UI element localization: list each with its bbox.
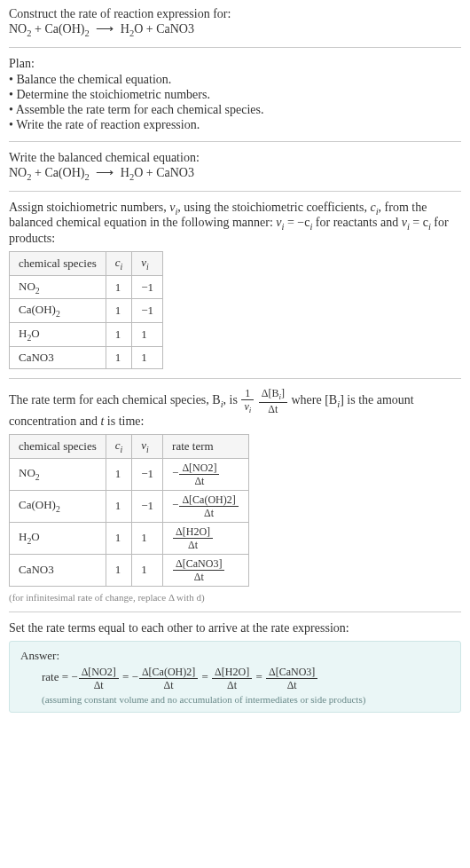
- table-header-row: chemical species ci νi: [10, 252, 163, 276]
- nui-cell: −1: [132, 458, 163, 490]
- rateterm-cell: Δ[CaNO3]Δt: [163, 554, 249, 586]
- rateterm-cell: −Δ[Ca(OH)2]Δt: [163, 490, 249, 522]
- rateterm-table: chemical species ci νi rate term NO2 1 −…: [9, 434, 249, 587]
- prompt-text: Construct the rate of reaction expressio…: [9, 7, 461, 21]
- ci-cell: 1: [106, 554, 132, 586]
- numerator: Δ[CaNO3]: [266, 667, 317, 679]
- product2: CaNO3: [156, 22, 194, 36]
- product2: CaNO3: [156, 166, 194, 179]
- denominator: Δt: [139, 679, 198, 690]
- reactant2-sub: 2: [85, 172, 90, 182]
- plan-list: • Balance the chemical equation. • Deter…: [9, 73, 461, 132]
- col-ci: ci: [106, 252, 132, 276]
- fraction: Δ[NO2]Δt: [179, 462, 219, 486]
- ci-cell: 1: [106, 490, 132, 522]
- numerator: Δ[Bi]: [259, 388, 287, 403]
- balanced-equation: NO2 + Ca(OH)2 ⟶ H2O + CaNO3: [9, 165, 461, 182]
- nui-cell: −1: [132, 299, 163, 323]
- plan-title: Plan:: [9, 57, 461, 71]
- text: H: [19, 530, 27, 543]
- denominator: Δt: [179, 507, 238, 518]
- species-cell: NO2: [10, 275, 106, 299]
- denominator: Δt: [173, 539, 213, 550]
- sub: 2: [35, 285, 40, 295]
- reactant2-sub: 2: [85, 28, 90, 38]
- fraction: Δ[NO2]Δt: [79, 667, 119, 690]
- ci-cell: 1: [106, 346, 132, 368]
- denominator: νi: [241, 400, 254, 414]
- species-cell: H2O: [10, 522, 106, 554]
- numerator: Δ[H2O]: [212, 667, 252, 679]
- species-cell: Ca(OH)2: [10, 299, 106, 323]
- text: NO: [19, 280, 35, 293]
- fraction: Δ[CaNO3]Δt: [266, 667, 317, 690]
- table-row: Ca(OH)2 1 −1 −Δ[Ca(OH)2]Δt: [10, 490, 249, 522]
- fraction: Δ[CaNO3]Δt: [173, 558, 224, 582]
- table-row: CaNO3 1 1 Δ[CaNO3]Δt: [10, 554, 249, 586]
- reactant1: NO: [9, 22, 27, 36]
- equals: =: [199, 670, 211, 683]
- nui-cell: 1: [132, 522, 163, 554]
- fraction: 1νi: [241, 388, 254, 414]
- text: where [B: [292, 393, 338, 406]
- text: H: [19, 327, 27, 340]
- ci-cell: 1: [106, 299, 132, 323]
- product1b: O: [134, 166, 143, 179]
- ci-cell: 1: [106, 522, 132, 554]
- table-row: Ca(OH)2 1 −1: [10, 299, 163, 323]
- reactant1-sub: 2: [27, 28, 31, 38]
- denominator: Δt: [266, 679, 317, 690]
- ci-cell: 1: [106, 275, 132, 299]
- arrow-icon: ⟶: [96, 22, 114, 36]
- sub: 2: [35, 472, 40, 482]
- text: = −c: [284, 216, 309, 229]
- given-equation: NO2 + Ca(OH)2 ⟶ H2O + CaNO3: [9, 21, 461, 38]
- text: , using the stoichiometric coefficients,: [177, 201, 370, 214]
- answer-box: Answer: rate = −Δ[NO2]Δt = −Δ[Ca(OH)2]Δt…: [9, 641, 461, 713]
- plan-step: • Assemble the rate term for each chemic…: [9, 103, 461, 117]
- numerator: Δ[H2O]: [173, 526, 213, 539]
- nui-cell: −1: [132, 490, 163, 522]
- divider: [9, 191, 461, 192]
- nui-cell: 1: [132, 554, 163, 586]
- stoich-table: chemical species ci νi NO2 1 −1 Ca(OH)2 …: [9, 251, 163, 368]
- table-row: NO2 1 −1: [10, 275, 163, 299]
- col-ci: ci: [106, 434, 132, 458]
- rate-expression: rate = −Δ[NO2]Δt = −Δ[Ca(OH)2]Δt = Δ[H2O…: [20, 667, 450, 690]
- infinitesimal-note: (for infinitesimal rate of change, repla…: [9, 592, 461, 603]
- rateterm-cell: −Δ[NO2]Δt: [163, 458, 249, 490]
- text: NO: [19, 466, 35, 479]
- reactant1-sub: 2: [27, 172, 31, 182]
- numerator: Δ[NO2]: [179, 462, 219, 475]
- text: Δ[B: [262, 387, 279, 399]
- denominator: Δt: [259, 403, 287, 414]
- sub: 2: [56, 504, 60, 514]
- divider: [9, 612, 461, 612]
- ci-cell: 1: [106, 458, 132, 490]
- reactant2: Ca(OH): [44, 166, 84, 179]
- answer-header: Answer:: [20, 649, 450, 663]
- nui-cell: −1: [132, 275, 163, 299]
- fraction: Δ[Ca(OH)2]Δt: [179, 494, 238, 518]
- product1b: O: [134, 22, 143, 36]
- conclusion-text: Set the rate terms equal to each other t…: [9, 621, 461, 635]
- divider: [9, 378, 461, 379]
- plan-step: • Write the rate of reaction expression.: [9, 118, 461, 132]
- table-row: NO2 1 −1 −Δ[NO2]Δt: [10, 458, 249, 490]
- text: rate = −: [42, 670, 78, 683]
- col-nui: νi: [132, 434, 163, 458]
- nui-cell: 1: [132, 322, 163, 346]
- product1a: H: [121, 22, 129, 36]
- text: , is: [223, 393, 241, 406]
- text: = c: [410, 216, 428, 229]
- stoich-intro: Assign stoichiometric numbers, νi, using…: [9, 201, 461, 247]
- sign: −: [172, 466, 178, 479]
- reactant1: NO: [9, 166, 27, 179]
- text: O: [31, 327, 39, 340]
- species-cell: Ca(OH)2: [10, 490, 106, 522]
- plan-step: • Determine the stoichiometric numbers.: [9, 88, 461, 102]
- balanced-title: Write the balanced chemical equation:: [9, 151, 461, 165]
- species-cell: H2O: [10, 322, 106, 346]
- numerator: 1: [241, 388, 254, 400]
- col-rateterm: rate term: [163, 434, 249, 458]
